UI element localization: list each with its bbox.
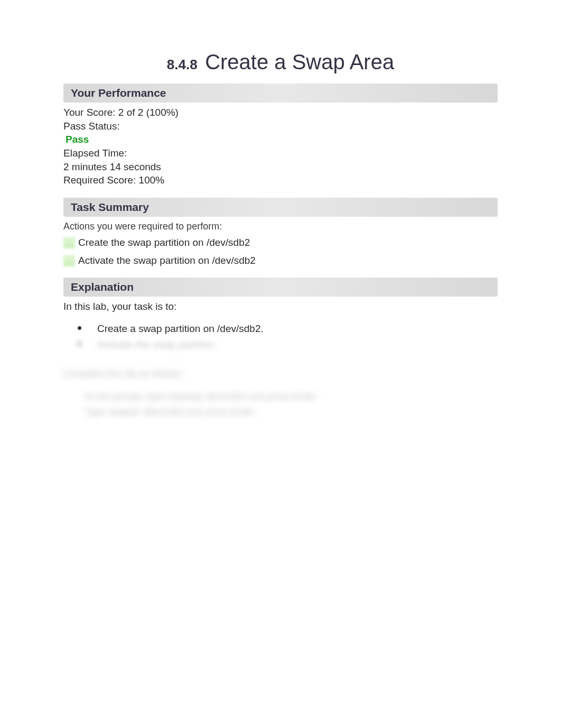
explanation-item-blurred: Activate the swap partition. [76, 339, 498, 351]
blurred-step: At the prompt, type mkswap /dev/sdb2 and… [85, 389, 498, 404]
check-icon [63, 237, 75, 248]
title-row: 8.4.8 Create a Swap Area [63, 50, 498, 74]
blurred-steps: At the prompt, type mkswap /dev/sdb2 and… [63, 389, 498, 420]
task-item: Activate the swap partition on /dev/sdb2 [63, 254, 498, 268]
blurred-step: Type swapon /dev/sdb2 and press Enter . [85, 404, 498, 420]
explanation-intro: In this lab, your task is to: [63, 301, 498, 312]
blurred-paragraph: Complete this lab as follows: [63, 366, 498, 382]
elapsed-value: 2 minutes 14 seconds [63, 160, 498, 174]
check-icon [63, 255, 75, 266]
pass-status-value: Pass [63, 133, 498, 146]
task-item: Create the swap partition on /dev/sdb2 [63, 236, 498, 250]
explanation-header: Explanation [63, 278, 498, 297]
task-intro: Actions you were required to perform: [63, 220, 498, 233]
task-item-label: Activate the swap partition on /dev/sdb2 [78, 254, 256, 268]
explanation-list: Create a swap partition on /dev/sdb2. Ac… [63, 323, 498, 351]
document-container: 8.4.8 Create a Swap Area Your Performanc… [0, 0, 561, 420]
explanation-item: Create a swap partition on /dev/sdb2. [76, 323, 498, 335]
score-line: Your Score: 2 of 2 (100%) [63, 106, 498, 119]
task-summary-header: Task Summary [63, 198, 498, 217]
performance-header: Your Performance [63, 84, 498, 103]
required-score: Required Score: 100% [63, 173, 498, 187]
performance-block: Your Score: 2 of 2 (100%) Pass Status: P… [63, 106, 498, 187]
pass-status-label: Pass Status: [63, 119, 498, 133]
main-title: Create a Swap Area [205, 50, 394, 73]
elapsed-label: Elapsed Time: [63, 146, 498, 160]
task-item-label: Create the swap partition on /dev/sdb2 [78, 236, 250, 250]
task-summary-block: Actions you were required to perform: Cr… [63, 220, 498, 268]
blurred-content: Complete this lab as follows: At the pro… [63, 366, 498, 419]
section-number: 8.4.8 [167, 57, 198, 72]
